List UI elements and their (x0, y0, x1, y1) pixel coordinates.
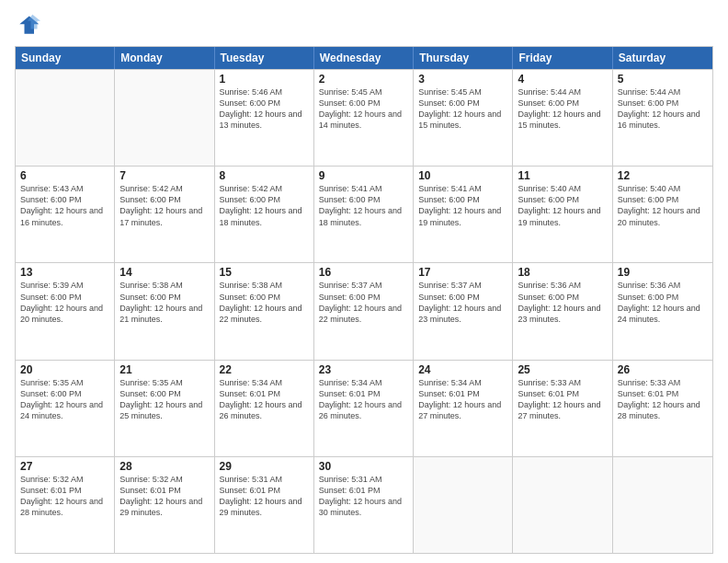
day-info: Sunrise: 5:33 AM Sunset: 6:01 PM Dayligh… (518, 377, 607, 422)
day-info: Sunrise: 5:34 AM Sunset: 6:01 PM Dayligh… (220, 377, 309, 422)
day-cell-19: 19Sunrise: 5:36 AM Sunset: 6:00 PM Dayli… (613, 263, 712, 359)
day-info: Sunrise: 5:31 AM Sunset: 6:01 PM Dayligh… (220, 474, 309, 519)
empty-cell (115, 70, 214, 166)
logo (15, 13, 44, 39)
day-number: 8 (220, 169, 309, 182)
calendar-header: SundayMondayTuesdayWednesdayThursdayFrid… (16, 47, 712, 69)
day-cell-28: 28Sunrise: 5:32 AM Sunset: 6:01 PM Dayli… (115, 457, 214, 553)
day-cell-10: 10Sunrise: 5:41 AM Sunset: 6:00 PM Dayli… (414, 167, 513, 262)
day-number: 5 (618, 73, 708, 86)
day-cell-4: 4Sunrise: 5:44 AM Sunset: 6:00 PM Daylig… (513, 70, 612, 166)
weekday-header-saturday: Saturday (613, 47, 712, 69)
day-cell-3: 3Sunrise: 5:45 AM Sunset: 6:00 PM Daylig… (414, 70, 513, 166)
day-info: Sunrise: 5:36 AM Sunset: 6:00 PM Dayligh… (618, 280, 708, 325)
day-number: 27 (20, 460, 109, 473)
weekday-header-wednesday: Wednesday (314, 47, 414, 69)
day-cell-18: 18Sunrise: 5:36 AM Sunset: 6:00 PM Dayli… (513, 263, 612, 359)
day-cell-29: 29Sunrise: 5:31 AM Sunset: 6:01 PM Dayli… (215, 457, 314, 553)
day-info: Sunrise: 5:45 AM Sunset: 6:00 PM Dayligh… (319, 86, 408, 132)
day-cell-14: 14Sunrise: 5:38 AM Sunset: 6:00 PM Dayli… (115, 263, 214, 359)
day-info: Sunrise: 5:34 AM Sunset: 6:01 PM Dayligh… (418, 377, 507, 422)
empty-cell (613, 457, 712, 553)
day-info: Sunrise: 5:39 AM Sunset: 6:00 PM Dayligh… (20, 280, 109, 325)
calendar-row-4: 20Sunrise: 5:35 AM Sunset: 6:00 PM Dayli… (16, 360, 712, 456)
day-info: Sunrise: 5:37 AM Sunset: 6:00 PM Dayligh… (319, 280, 408, 325)
day-info: Sunrise: 5:36 AM Sunset: 6:00 PM Dayligh… (518, 280, 607, 325)
day-number: 1 (220, 73, 309, 86)
calendar: SundayMondayTuesdayWednesdayThursdayFrid… (15, 46, 713, 554)
calendar-row-1: 1Sunrise: 5:46 AM Sunset: 6:00 PM Daylig… (16, 69, 712, 166)
day-number: 28 (119, 460, 209, 473)
day-info: Sunrise: 5:41 AM Sunset: 6:00 PM Dayligh… (319, 183, 408, 228)
day-number: 4 (518, 73, 607, 86)
day-info: Sunrise: 5:35 AM Sunset: 6:00 PM Dayligh… (20, 377, 109, 422)
calendar-row-3: 13Sunrise: 5:39 AM Sunset: 6:00 PM Dayli… (16, 262, 712, 359)
day-cell-26: 26Sunrise: 5:33 AM Sunset: 6:01 PM Dayli… (613, 361, 712, 456)
day-cell-1: 1Sunrise: 5:46 AM Sunset: 6:00 PM Daylig… (215, 70, 314, 166)
day-cell-17: 17Sunrise: 5:37 AM Sunset: 6:00 PM Dayli… (414, 263, 513, 359)
empty-cell (513, 457, 612, 553)
day-cell-24: 24Sunrise: 5:34 AM Sunset: 6:01 PM Dayli… (414, 361, 513, 456)
day-number: 6 (20, 169, 109, 182)
day-number: 25 (518, 363, 607, 376)
day-cell-25: 25Sunrise: 5:33 AM Sunset: 6:01 PM Dayli… (513, 361, 612, 456)
day-number: 29 (220, 460, 309, 473)
empty-cell (16, 70, 115, 166)
day-number: 13 (20, 266, 109, 279)
day-number: 10 (418, 169, 507, 182)
day-cell-22: 22Sunrise: 5:34 AM Sunset: 6:01 PM Dayli… (215, 361, 314, 456)
day-cell-13: 13Sunrise: 5:39 AM Sunset: 6:00 PM Dayli… (16, 263, 115, 359)
day-info: Sunrise: 5:32 AM Sunset: 6:01 PM Dayligh… (119, 474, 209, 519)
day-number: 9 (319, 169, 408, 182)
day-number: 23 (319, 363, 408, 376)
day-info: Sunrise: 5:40 AM Sunset: 6:00 PM Dayligh… (618, 183, 708, 228)
day-number: 11 (518, 169, 607, 182)
day-cell-6: 6Sunrise: 5:43 AM Sunset: 6:00 PM Daylig… (16, 167, 115, 262)
day-number: 14 (119, 266, 209, 279)
day-number: 19 (618, 266, 708, 279)
logo-icon (15, 13, 40, 39)
day-number: 15 (220, 266, 309, 279)
day-number: 2 (319, 73, 408, 86)
day-info: Sunrise: 5:31 AM Sunset: 6:01 PM Dayligh… (319, 474, 408, 519)
day-cell-5: 5Sunrise: 5:44 AM Sunset: 6:00 PM Daylig… (613, 70, 712, 166)
day-info: Sunrise: 5:33 AM Sunset: 6:01 PM Dayligh… (618, 377, 708, 422)
day-info: Sunrise: 5:44 AM Sunset: 6:00 PM Dayligh… (518, 86, 607, 132)
day-info: Sunrise: 5:41 AM Sunset: 6:00 PM Dayligh… (418, 183, 507, 228)
day-cell-16: 16Sunrise: 5:37 AM Sunset: 6:00 PM Dayli… (314, 263, 414, 359)
day-info: Sunrise: 5:37 AM Sunset: 6:00 PM Dayligh… (418, 280, 507, 325)
weekday-header-sunday: Sunday (16, 47, 115, 69)
calendar-row-2: 6Sunrise: 5:43 AM Sunset: 6:00 PM Daylig… (16, 166, 712, 262)
day-info: Sunrise: 5:38 AM Sunset: 6:00 PM Dayligh… (119, 280, 209, 325)
day-info: Sunrise: 5:44 AM Sunset: 6:00 PM Dayligh… (618, 86, 708, 132)
day-cell-11: 11Sunrise: 5:40 AM Sunset: 6:00 PM Dayli… (513, 167, 612, 262)
day-info: Sunrise: 5:38 AM Sunset: 6:00 PM Dayligh… (220, 280, 309, 325)
page: SundayMondayTuesdayWednesdayThursdayFrid… (0, 0, 728, 563)
day-number: 22 (220, 363, 309, 376)
day-cell-15: 15Sunrise: 5:38 AM Sunset: 6:00 PM Dayli… (215, 263, 314, 359)
day-info: Sunrise: 5:42 AM Sunset: 6:00 PM Dayligh… (119, 183, 209, 228)
day-info: Sunrise: 5:42 AM Sunset: 6:00 PM Dayligh… (220, 183, 309, 228)
day-cell-2: 2Sunrise: 5:45 AM Sunset: 6:00 PM Daylig… (314, 70, 414, 166)
weekday-header-monday: Monday (115, 47, 214, 69)
day-info: Sunrise: 5:40 AM Sunset: 6:00 PM Dayligh… (518, 183, 607, 228)
weekday-header-thursday: Thursday (414, 47, 513, 69)
day-info: Sunrise: 5:46 AM Sunset: 6:00 PM Dayligh… (220, 86, 309, 132)
day-number: 7 (119, 169, 209, 182)
day-cell-12: 12Sunrise: 5:40 AM Sunset: 6:00 PM Dayli… (613, 167, 712, 262)
day-info: Sunrise: 5:45 AM Sunset: 6:00 PM Dayligh… (418, 86, 507, 132)
day-info: Sunrise: 5:34 AM Sunset: 6:01 PM Dayligh… (319, 377, 408, 422)
day-number: 3 (418, 73, 507, 86)
weekday-header-tuesday: Tuesday (215, 47, 314, 69)
calendar-body: 1Sunrise: 5:46 AM Sunset: 6:00 PM Daylig… (16, 69, 712, 553)
day-cell-27: 27Sunrise: 5:32 AM Sunset: 6:01 PM Dayli… (16, 457, 115, 553)
day-info: Sunrise: 5:35 AM Sunset: 6:00 PM Dayligh… (119, 377, 209, 422)
day-number: 30 (319, 460, 408, 473)
day-cell-21: 21Sunrise: 5:35 AM Sunset: 6:00 PM Dayli… (115, 361, 214, 456)
day-cell-8: 8Sunrise: 5:42 AM Sunset: 6:00 PM Daylig… (215, 167, 314, 262)
day-cell-23: 23Sunrise: 5:34 AM Sunset: 6:01 PM Dayli… (314, 361, 414, 456)
day-info: Sunrise: 5:43 AM Sunset: 6:00 PM Dayligh… (20, 183, 109, 228)
day-number: 12 (618, 169, 708, 182)
calendar-row-5: 27Sunrise: 5:32 AM Sunset: 6:01 PM Dayli… (16, 456, 712, 553)
header (15, 13, 713, 39)
